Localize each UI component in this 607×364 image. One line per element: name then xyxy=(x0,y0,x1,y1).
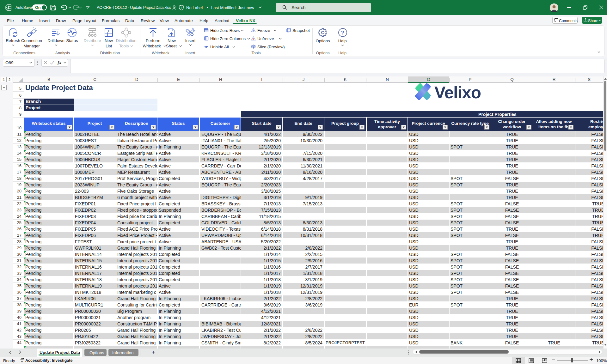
svg-text:?: ? xyxy=(341,30,344,36)
svg-text:?: ? xyxy=(181,6,182,9)
svg-text:Velixo: Velixo xyxy=(434,83,481,102)
